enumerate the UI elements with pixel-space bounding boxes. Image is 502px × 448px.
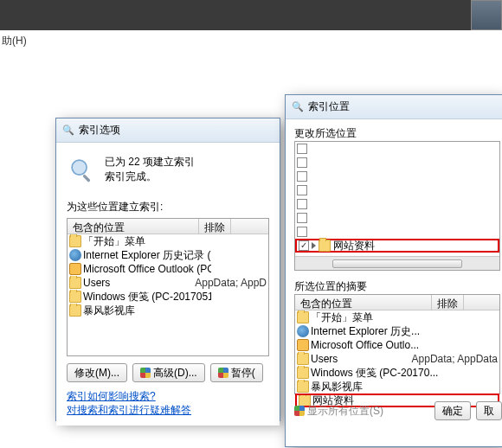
section-change: 更改所选位置 xyxy=(294,126,502,141)
ie-icon xyxy=(297,325,309,337)
list-item[interactable]: 「开始」菜单 xyxy=(295,310,499,324)
shield-icon xyxy=(218,368,228,378)
folder-icon xyxy=(69,277,81,289)
list-cell: Internet Explorer 历史记录 (PC-... xyxy=(83,248,211,262)
folder-icon xyxy=(297,381,309,393)
col-exclude: 排除 xyxy=(432,295,464,310)
show-all-checkbox[interactable]: 显示所有位置(S) xyxy=(294,404,383,419)
list-cell: 暴风影视库 xyxy=(83,304,211,317)
expand-icon[interactable] xyxy=(312,242,316,249)
horizontal-scrollbar[interactable] xyxy=(295,256,499,270)
list-item[interactable]: UsersAppData; AppD xyxy=(68,276,268,290)
list-cell: Users xyxy=(83,277,193,289)
list-item[interactable]: Internet Explorer 历史... xyxy=(295,324,499,338)
cancel-button[interactable]: 取 xyxy=(476,401,502,420)
outlook-icon xyxy=(69,263,81,275)
col-exclude: 排除 xyxy=(199,219,231,234)
list-item[interactable]: Microsoft Office Outlook (PC-20... xyxy=(68,262,268,276)
folder-icon xyxy=(297,353,309,365)
shield-icon xyxy=(294,406,305,416)
menu-help[interactable]: 助(H) xyxy=(0,30,502,52)
list-item[interactable]: Microsoft Office Outlo... xyxy=(295,338,499,352)
list-cell: Microsoft Office Outlo... xyxy=(311,339,444,351)
list-cell: AppData; AppD xyxy=(195,277,267,289)
list-item[interactable]: 暴风影视库 xyxy=(295,380,499,394)
magnifier-large-icon xyxy=(67,155,98,186)
folder-icon xyxy=(297,311,309,323)
list-item[interactable]: UsersAppData; AppData xyxy=(295,352,499,366)
magnifier-icon: 🔍 xyxy=(61,124,75,138)
magnifier-icon: 🔍 xyxy=(291,100,305,114)
folder-icon xyxy=(319,240,331,252)
advanced-button[interactable]: 高级(D)... xyxy=(132,363,205,382)
folder-icon xyxy=(69,304,81,317)
folder-icon xyxy=(69,235,81,247)
dialog1-titlebar[interactable]: 🔍 索引选项 xyxy=(56,118,280,143)
list-cell: Internet Explorer 历史... xyxy=(311,324,444,338)
checkbox[interactable] xyxy=(297,171,307,182)
link-how-index[interactable]: 索引如何影响搜索? xyxy=(67,389,269,403)
svg-rect-1 xyxy=(82,174,91,182)
checkbox[interactable] xyxy=(297,213,307,223)
scrollbar-thumb[interactable] xyxy=(332,259,462,268)
list-cell: Windows 便笺 (PC-20170... xyxy=(311,366,444,380)
pause-button[interactable]: 暂停( xyxy=(210,363,263,382)
list-item[interactable]: 「开始」菜单 xyxy=(68,234,268,248)
index-locations-dialog: 🔍 索引位置 更改所选位置 网站资料 所选位置的摘 xyxy=(285,94,502,447)
checkbox[interactable] xyxy=(297,227,307,237)
section-label: 为这些位置建立索引: xyxy=(67,200,269,214)
checkbox[interactable] xyxy=(297,144,307,154)
list-item[interactable]: Windows 便笺 (PC-20170519GVML\A... xyxy=(68,290,268,304)
checkbox[interactable] xyxy=(297,185,307,195)
ie-icon xyxy=(69,249,81,261)
modify-button[interactable]: 修改(M)... xyxy=(67,363,127,382)
folder-icon xyxy=(297,367,309,379)
summary-listbox[interactable]: 包含的位置 排除 「开始」菜单Internet Explorer 历史...Mi… xyxy=(294,294,500,394)
shield-icon xyxy=(140,368,151,378)
outlook-icon xyxy=(297,339,309,351)
list-cell: AppData; AppData xyxy=(412,353,498,365)
locations-listbox[interactable]: 包含的位置 排除 「开始」菜单Internet Explorer 历史记录 (P… xyxy=(67,218,269,356)
list-item[interactable]: 暴风影视库 xyxy=(68,304,268,317)
index-options-dialog: 🔍 索引选项 已为 22 项建立索引 索引完成。 为这些位置建立索引: 包含的位… xyxy=(55,118,280,421)
status-done: 索引完成。 xyxy=(105,170,195,184)
listbox-header: 包含的位置 排除 xyxy=(68,219,268,234)
checkbox[interactable] xyxy=(297,157,307,168)
tree-item-label: 网站资料 xyxy=(333,239,375,253)
taskbar-edge xyxy=(471,0,502,30)
list-cell: Windows 便笺 (PC-20170519GVML\A... xyxy=(83,290,211,304)
svg-point-0 xyxy=(72,160,87,175)
link-troubleshoot[interactable]: 对搜索和索引进行疑难解答 xyxy=(67,403,269,417)
dialog1-title: 索引选项 xyxy=(79,123,120,138)
list-cell: 暴风影视库 xyxy=(311,380,444,394)
col-included: 包含的位置 xyxy=(68,219,199,234)
list-item[interactable]: Windows 便笺 (PC-20170... xyxy=(295,366,499,380)
folder-icon xyxy=(299,394,311,406)
col-included: 包含的位置 xyxy=(295,295,432,310)
checkbox-checked[interactable] xyxy=(299,240,309,251)
tree-item-highlighted[interactable]: 网站资料 xyxy=(295,239,499,253)
folder-icon xyxy=(69,291,81,303)
section-summary: 所选位置的摘要 xyxy=(294,279,502,294)
checkbox[interactable] xyxy=(297,199,307,209)
ok-button[interactable]: 确定 xyxy=(434,401,471,420)
dialog2-title: 索引位置 xyxy=(308,99,350,114)
list-cell: Users xyxy=(311,353,410,365)
dialog2-titlebar[interactable]: 🔍 索引位置 xyxy=(286,95,502,119)
list-item[interactable]: Internet Explorer 历史记录 (PC-... xyxy=(68,248,268,262)
list-cell: Microsoft Office Outlook (PC-20... xyxy=(83,263,211,275)
status-count: 已为 22 项建立索引 xyxy=(105,155,195,170)
list-cell: 「开始」菜单 xyxy=(311,310,444,324)
list-cell: 「开始」菜单 xyxy=(83,234,211,248)
location-tree[interactable]: 网站资料 xyxy=(294,141,500,271)
listbox-header: 包含的位置 排除 xyxy=(295,295,499,310)
